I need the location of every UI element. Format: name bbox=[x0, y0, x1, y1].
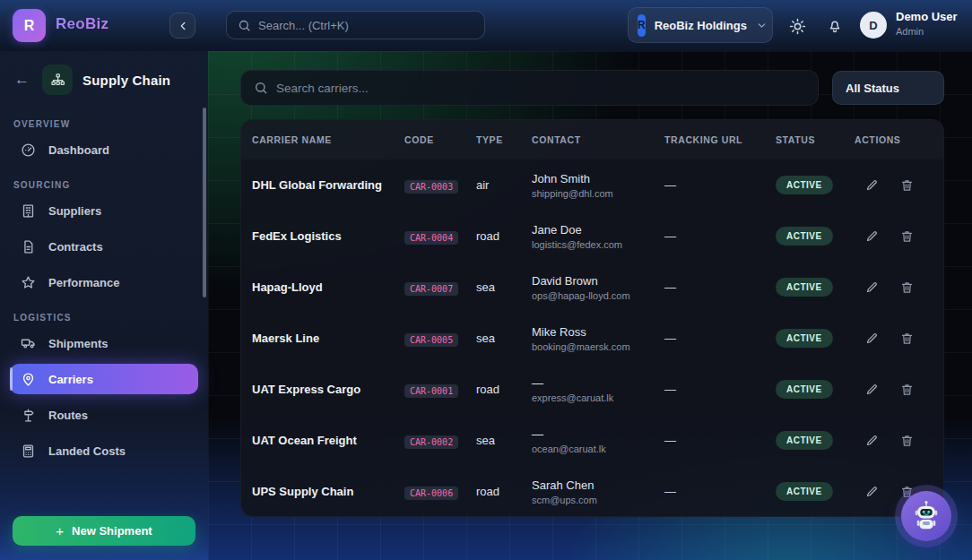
sidebar-scrollbar[interactable] bbox=[203, 108, 206, 297]
chatbot-halo bbox=[895, 485, 958, 547]
pencil-icon[interactable] bbox=[865, 280, 880, 295]
carrier-search-input[interactable] bbox=[276, 82, 805, 95]
tracking-url: — bbox=[664, 434, 776, 447]
carrier-name: Maersk Line bbox=[252, 332, 404, 345]
carrier-contact: David Brown ops@hapag-lloyd.com bbox=[532, 274, 664, 301]
carrier-type: sea bbox=[476, 280, 532, 294]
sidebar-item-carriers[interactable]: Carriers bbox=[10, 364, 198, 394]
company-name: ReoBiz Holdings bbox=[655, 19, 747, 32]
global-search-input[interactable] bbox=[258, 19, 473, 32]
sidebar-nav: OVERVIEWDashboardSOURCINGSuppliersContra… bbox=[0, 119, 208, 466]
pencil-icon[interactable] bbox=[865, 229, 880, 244]
sidebar-item-label: Suppliers bbox=[48, 204, 101, 218]
trash-icon[interactable] bbox=[900, 434, 915, 448]
table-body: DHL Global ForwardingCAR-0003air John Sm… bbox=[241, 159, 943, 517]
status-badge: ACTIVE bbox=[776, 227, 833, 246]
chatbot-button[interactable] bbox=[901, 491, 951, 541]
column-header-type: TYPE bbox=[476, 134, 532, 145]
sitemap-icon bbox=[42, 65, 73, 95]
sidebar-item-landed-costs[interactable]: Landed Costs bbox=[10, 435, 198, 466]
table-row: UPS Supply ChainCAR-0006road Sarah Chen … bbox=[241, 466, 943, 517]
status-badge: ACTIVE bbox=[776, 278, 833, 297]
pencil-icon[interactable] bbox=[865, 178, 880, 193]
sidebar: ← Supply Chain OVERVIEWDashboardSOURCING… bbox=[0, 51, 208, 560]
user-avatar[interactable]: D bbox=[860, 12, 887, 39]
column-header-carrier-name: CARRIER NAME bbox=[252, 134, 404, 145]
contact-email: ops@hapag-lloyd.com bbox=[532, 290, 664, 301]
notifications-button[interactable] bbox=[823, 14, 846, 38]
carrier-type: air bbox=[476, 178, 532, 192]
carrier-code-badge: CAR-0005 bbox=[404, 333, 458, 347]
status-badge: ACTIVE bbox=[776, 482, 833, 501]
trash-icon[interactable] bbox=[900, 178, 915, 193]
new-shipment-label: New Shipment bbox=[72, 524, 152, 538]
carrier-type: sea bbox=[476, 434, 532, 447]
top-header: R ReoBiz R ReoBiz Holdings bbox=[0, 0, 972, 51]
carrier-code-badge: CAR-0001 bbox=[404, 384, 458, 398]
sidebar-item-contracts[interactable]: Contracts bbox=[10, 231, 198, 262]
table-row: UAT Ocean FreightCAR-0002sea — ocean@car… bbox=[241, 415, 943, 466]
user-name: Demo User bbox=[896, 10, 958, 24]
brand-logo[interactable]: R bbox=[13, 9, 46, 42]
row-actions bbox=[855, 280, 933, 295]
signpost-icon bbox=[21, 407, 37, 423]
table-row: UAT Express CargoCAR-0001road — express@… bbox=[241, 364, 943, 415]
new-shipment-button[interactable]: + New Shipment bbox=[13, 516, 195, 546]
sidebar-item-routes[interactable]: Routes bbox=[10, 400, 198, 430]
row-actions bbox=[855, 383, 933, 397]
company-selector[interactable]: R ReoBiz Holdings bbox=[628, 7, 773, 43]
pencil-icon[interactable] bbox=[865, 434, 880, 448]
pencil-icon[interactable] bbox=[865, 485, 880, 499]
carrier-contact: — ocean@caruat.lk bbox=[532, 427, 664, 454]
carrier-contact: Sarah Chen scm@ups.com bbox=[532, 478, 664, 505]
trash-icon[interactable] bbox=[900, 280, 915, 295]
plus-icon: + bbox=[56, 523, 64, 538]
nav-section-label: SOURCING bbox=[13, 180, 208, 190]
main-content: All Status CARRIER NAMECODETYPECONTACTTR… bbox=[208, 51, 972, 560]
carrier-name: UAT Ocean Freight bbox=[252, 434, 404, 447]
sidebar-item-performance[interactable]: Performance bbox=[10, 267, 198, 297]
carrier-type: sea bbox=[476, 332, 532, 345]
row-actions bbox=[855, 178, 933, 193]
column-header-code: CODE bbox=[404, 134, 476, 145]
carrier-type: road bbox=[476, 485, 532, 498]
pencil-icon[interactable] bbox=[865, 383, 880, 397]
brand-name: ReoBiz bbox=[56, 15, 108, 33]
contact-email: booking@maersk.com bbox=[532, 341, 664, 352]
sidebar-collapse-button[interactable] bbox=[169, 13, 195, 39]
trash-icon[interactable] bbox=[900, 332, 915, 346]
column-header-tracking-url: TRACKING URL bbox=[664, 134, 776, 145]
user-role: Admin bbox=[896, 26, 958, 39]
contact-name: Mike Ross bbox=[532, 325, 664, 339]
sidebar-item-label: Carriers bbox=[48, 373, 93, 386]
trash-icon[interactable] bbox=[900, 229, 915, 244]
status-filter-select[interactable]: All Status bbox=[832, 71, 944, 105]
row-actions bbox=[855, 434, 933, 448]
status-badge: ACTIVE bbox=[776, 431, 833, 450]
back-arrow-icon[interactable]: ← bbox=[14, 71, 32, 89]
tracking-url: — bbox=[664, 332, 776, 345]
sidebar-item-dashboard[interactable]: Dashboard bbox=[10, 134, 198, 165]
sidebar-item-label: Shipments bbox=[48, 337, 108, 350]
sidebar-item-shipments[interactable]: Shipments bbox=[10, 328, 198, 358]
calculator-icon bbox=[21, 443, 37, 459]
carrier-code-badge: CAR-0002 bbox=[404, 435, 458, 449]
robot-icon bbox=[909, 499, 943, 533]
chevron-left-icon bbox=[177, 20, 189, 32]
carrier-contact: Jane Doe logistics@fedex.com bbox=[532, 223, 664, 250]
search-icon bbox=[238, 19, 251, 32]
contact-email: logistics@fedex.com bbox=[532, 239, 664, 250]
column-header-contact: CONTACT bbox=[532, 134, 664, 145]
pencil-icon[interactable] bbox=[865, 332, 880, 346]
global-search[interactable] bbox=[226, 11, 485, 39]
sidebar-item-suppliers[interactable]: Suppliers bbox=[10, 195, 198, 226]
document-icon bbox=[21, 238, 37, 254]
contact-email: scm@ups.com bbox=[532, 495, 664, 505]
trash-icon[interactable] bbox=[900, 383, 915, 397]
contact-email: ocean@caruat.lk bbox=[532, 444, 664, 454]
tracking-url: — bbox=[664, 383, 776, 396]
contact-name: John Smith bbox=[532, 172, 664, 185]
star-icon bbox=[21, 274, 37, 290]
carrier-search[interactable] bbox=[240, 70, 819, 106]
theme-toggle-button[interactable] bbox=[785, 14, 809, 38]
